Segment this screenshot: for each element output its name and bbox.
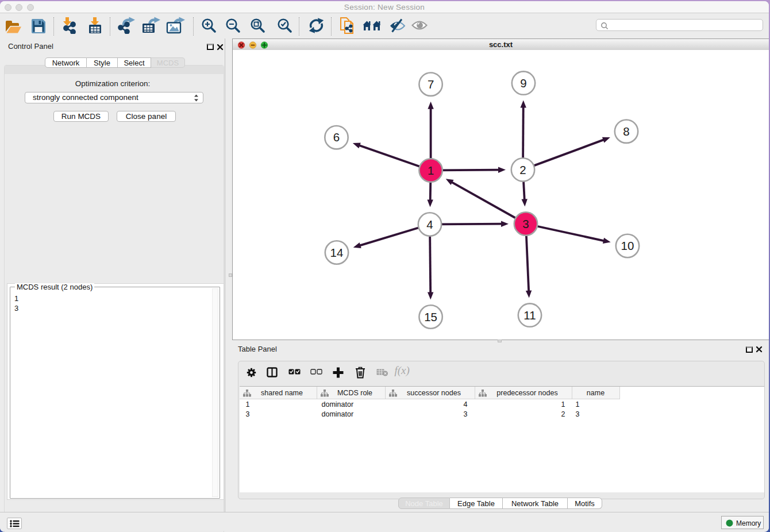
svg-text:7: 7: [428, 78, 434, 91]
svg-text:14: 14: [330, 246, 344, 259]
svg-text:1: 1: [428, 164, 434, 177]
svg-text:2: 2: [519, 163, 526, 176]
svg-text:11: 11: [523, 309, 536, 322]
svg-text:8: 8: [623, 125, 629, 138]
svg-text:6: 6: [333, 130, 340, 144]
svg-text:3: 3: [522, 217, 529, 230]
svg-text:15: 15: [424, 310, 437, 323]
svg-text:4: 4: [426, 218, 433, 231]
svg-text:9: 9: [520, 76, 526, 90]
svg-text:10: 10: [621, 239, 634, 252]
